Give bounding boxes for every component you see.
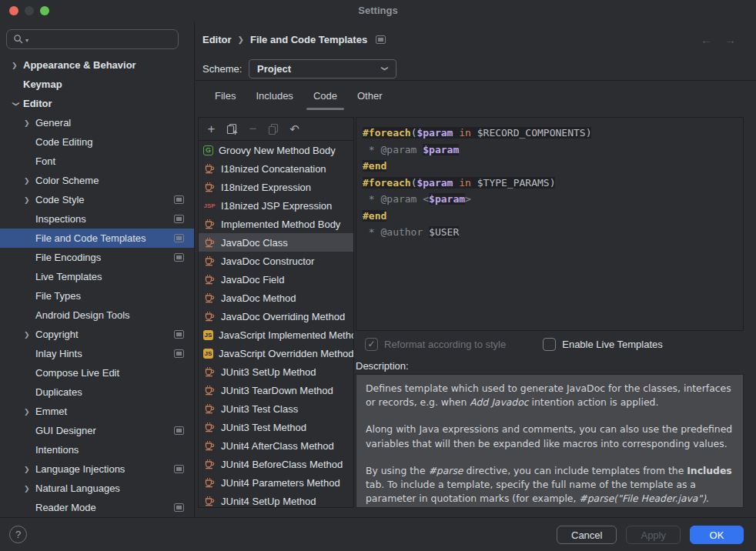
checkbox-unchecked-icon[interactable] — [543, 338, 556, 351]
sidebar-item-keymap[interactable]: Keymap — [0, 75, 194, 94]
sidebar-item-editor[interactable]: ❯Editor — [0, 94, 194, 113]
template-item-implemented-method-body[interactable]: Implemented Method Body — [199, 215, 353, 233]
back-arrow-icon[interactable]: ← — [701, 33, 712, 46]
template-item-i18nized-concatenation[interactable]: I18nized Concatenation — [199, 159, 353, 178]
chevron-right-icon[interactable]: ❯ — [9, 62, 23, 69]
chevron-right-icon[interactable]: ❯ — [22, 485, 35, 493]
template-item-junit4-afterclass-method[interactable]: JUnit4 AfterClass Method — [199, 436, 353, 455]
sidebar-item-android-design-tools[interactable]: Android Design Tools — [0, 306, 194, 325]
sidebar-item-compose-live-edit[interactable]: Compose Live Edit — [0, 363, 194, 382]
sidebar-item-label: Reader Mode — [35, 502, 96, 513]
breadcrumb-section[interactable]: Editor — [202, 34, 232, 45]
remove-template-icon: − — [246, 122, 259, 135]
template-item-javadoc-method[interactable]: JavaDoc Method — [199, 289, 353, 307]
template-item-javascript-overridden-method-body[interactable]: JSJavaScript Overridden Method Body — [199, 344, 353, 362]
template-item-junit4-beforeclass-method[interactable]: JUnit4 BeforeClass Method — [199, 455, 353, 473]
sidebar-item-file-and-code-templates[interactable]: File and Code Templates — [0, 229, 194, 248]
sidebar-item-file-encodings[interactable]: File Encodings — [0, 248, 194, 267]
chevron-right-icon[interactable]: ❯ — [22, 466, 35, 473]
chevron-right-icon[interactable]: ❯ — [22, 177, 35, 185]
create-template-icon[interactable]: + — [205, 122, 218, 135]
template-item-junit3-setup-method[interactable]: JUnit3 SetUp Method — [199, 362, 353, 381]
enable-live-templates-label: Enable Live Templates — [562, 339, 663, 350]
chevron-down-icon[interactable]: ❯ — [12, 97, 20, 111]
template-item-groovy-new-method-body[interactable]: GGroovy New Method Body — [199, 141, 353, 159]
search-options-caret-icon[interactable]: ▾ — [25, 37, 28, 44]
search-input[interactable] — [30, 34, 172, 45]
sidebar-item-label: Font — [35, 155, 55, 167]
sidebar-item-duplicates[interactable]: Duplicates — [0, 382, 194, 402]
sidebar-item-reader-mode[interactable]: Reader Mode — [0, 498, 194, 517]
create-child-template-icon[interactable] — [226, 122, 239, 135]
sidebar-item-label: Natural Languages — [35, 483, 120, 494]
sidebar-item-font[interactable]: Font — [0, 152, 194, 171]
sidebar-item-gui-designer[interactable]: GUI Designer — [0, 421, 194, 440]
sidebar-item-code-style[interactable]: ❯Code Style — [0, 190, 194, 209]
sidebar-item-inspections[interactable]: Inspections — [0, 209, 194, 229]
js-file-icon: JS — [203, 330, 213, 340]
template-item-junit4-setup-method[interactable]: JUnit4 SetUp Method — [199, 492, 353, 507]
template-item-javadoc-constructor[interactable]: JavaDoc Constructor — [199, 252, 353, 270]
sidebar-item-appearance-behavior[interactable]: ❯Appearance & Behavior — [0, 55, 194, 75]
sidebar-item-label: Color Scheme — [35, 175, 99, 186]
sidebar-item-label: Code Editing — [35, 136, 92, 148]
settings-search[interactable]: ▾ — [6, 29, 179, 49]
forward-arrow-icon[interactable]: → — [724, 33, 736, 46]
template-item-javadoc-overriding-method[interactable]: JavaDoc Overriding Method — [199, 307, 353, 326]
settings-sidebar: ▾ ❯Appearance & BehaviorKeymap❯Editor❯Ge… — [0, 22, 195, 517]
sidebar-item-intentions[interactable]: Intentions — [0, 440, 194, 459]
cancel-button[interactable]: Cancel — [557, 526, 617, 544]
sidebar-item-emmet[interactable]: ❯Emmet — [0, 402, 194, 421]
panels: +−↶ GGroovy New Method BodyI18nized Conc… — [198, 117, 744, 508]
sidebar-item-label: Intentions — [35, 444, 79, 456]
tab-code[interactable]: Code — [303, 81, 347, 110]
template-item-javascript-implemented-method-body[interactable]: JSJavaScript Implemented Method Body — [199, 326, 353, 344]
sidebar-item-live-templates[interactable]: Live Templates — [0, 267, 194, 286]
java-file-icon — [203, 459, 216, 469]
reset-to-default-icon[interactable]: ↶ — [288, 122, 301, 135]
sidebar-item-language-injections[interactable]: ❯Language Injections — [0, 459, 194, 479]
sidebar-item-file-types[interactable]: File Types — [0, 286, 194, 306]
java-file-icon — [203, 182, 216, 192]
editor-settings-icon — [174, 503, 184, 512]
template-item-i18nized-expression[interactable]: I18nized Expression — [199, 178, 353, 196]
ok-button[interactable]: OK — [690, 526, 744, 544]
code-line: * @author $USER — [363, 224, 740, 241]
scheme-select[interactable]: Project ❯ — [249, 59, 396, 78]
description-box[interactable]: Defines template which used to generate … — [356, 374, 744, 508]
chevron-right-icon[interactable]: ❯ — [22, 196, 35, 204]
description-label: Description: — [356, 360, 409, 372]
sidebar-item-inlay-hints[interactable]: Inlay Hints — [0, 344, 194, 363]
sidebar-item-color-scheme[interactable]: ❯Color Scheme — [0, 171, 194, 190]
chevron-right-icon[interactable]: ❯ — [22, 408, 35, 416]
template-item-javadoc-field[interactable]: JavaDoc Field — [199, 270, 353, 289]
tab-includes[interactable]: Includes — [246, 81, 303, 110]
options-row: ✓ Reformat according to style Enable Liv… — [356, 331, 744, 357]
sidebar-item-code-editing[interactable]: Code Editing — [0, 132, 194, 152]
sidebar-item-label: General — [35, 117, 71, 129]
template-item-i18nized-jsp-expression[interactable]: JSPI18nized JSP Expression — [199, 196, 353, 215]
template-item-junit3-test-class[interactable]: JUnit3 Test Class — [199, 399, 353, 418]
chevron-right-icon[interactable]: ❯ — [22, 119, 35, 127]
help-button[interactable]: ? — [9, 526, 27, 543]
template-item-label: JavaScript Implemented Method Body — [219, 329, 353, 341]
sidebar-item-natural-languages[interactable]: ❯Natural Languages — [0, 479, 194, 498]
page-title: File and Code Templates — [250, 34, 367, 45]
code-line: #end — [363, 208, 740, 225]
sidebar-item-general[interactable]: ❯General — [0, 113, 194, 132]
enable-live-templates-checkbox[interactable]: Enable Live Templates — [543, 338, 663, 351]
template-item-label: JUnit4 SetUp Method — [221, 496, 316, 507]
chevron-right-icon[interactable]: ❯ — [22, 331, 35, 339]
tab-files[interactable]: Files — [205, 81, 246, 110]
sidebar-item-copyright[interactable]: ❯Copyright — [0, 325, 194, 344]
template-item-junit3-teardown-method[interactable]: JUnit3 TearDown Method — [199, 381, 353, 399]
template-editor[interactable]: #foreach($param in $RECORD_COMPONENTS) *… — [356, 117, 744, 331]
tab-other[interactable]: Other — [347, 81, 393, 110]
java-file-icon — [203, 255, 216, 266]
template-item-junit4-parameters-method[interactable]: JUnit4 Parameters Method — [199, 473, 353, 492]
java-file-icon — [203, 274, 216, 285]
template-item-junit3-test-method[interactable]: JUnit3 Test Method — [199, 418, 353, 436]
code-line: * @param $param — [363, 142, 740, 159]
template-item-javadoc-class[interactable]: JavaDoc Class — [199, 233, 353, 252]
sidebar-item-label: Language Injections — [35, 463, 125, 475]
